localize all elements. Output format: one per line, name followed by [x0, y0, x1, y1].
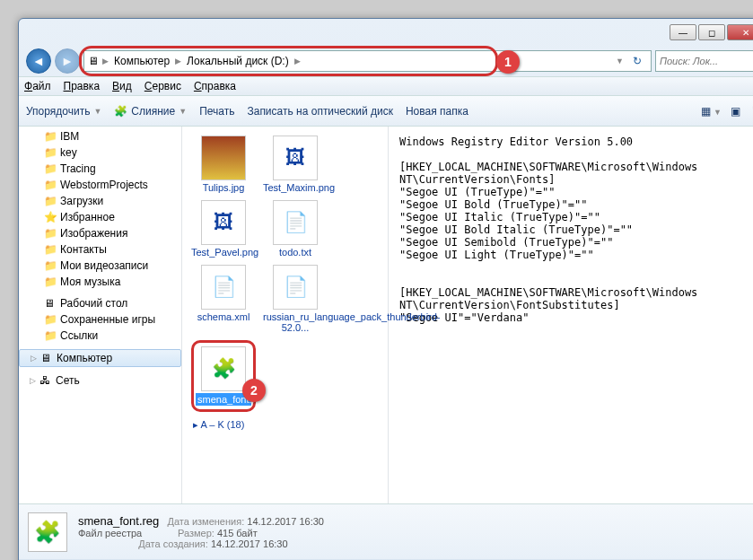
tree-computer[interactable]: ▷ 🖥Компьютер — [19, 349, 181, 367]
desktop-icon: 🖥 — [44, 297, 57, 310]
file-item[interactable]: 📄schema.xml — [191, 265, 256, 333]
star-icon: ⭐ — [44, 211, 57, 223]
file-item[interactable]: 📄todo.txt — [263, 200, 328, 258]
file-item[interactable]: 📄russian_ru_language_pack_thunderbird-52… — [263, 265, 328, 333]
breadcrumb-computer[interactable]: Компьютер — [112, 55, 171, 67]
xml-icon: 📄 — [201, 265, 246, 310]
titlebar[interactable]: — ◻ ✕ — [19, 19, 753, 46]
callout-2: 2 — [242, 379, 266, 402]
folder-icon: 📁 — [44, 179, 57, 191]
folder-icon: 📁 — [44, 313, 57, 326]
tree-item[interactable]: 📁Мои видеозаписи — [19, 258, 181, 274]
file-item-selected[interactable]: 🧩 smena_font.reg 2 — [191, 340, 256, 412]
computer-icon: 🖥 — [88, 55, 99, 67]
tree-item[interactable]: 📁Tracing — [19, 161, 181, 177]
menu-help[interactable]: Справка — [194, 80, 236, 92]
file-item[interactable]: 🖼Test_Maxim.png — [263, 136, 328, 193]
tree-item[interactable]: 📁key — [19, 144, 181, 161]
back-button[interactable]: ◄ — [26, 48, 51, 74]
chevron-right-icon: ▶ — [294, 57, 301, 66]
callout-1: 1 — [496, 50, 520, 74]
explorer-window: — ◻ ✕ ◄ ► 🖥 ▶ Компьютер ▶ Локальный диск… — [18, 18, 753, 560]
print-button[interactable]: Печать — [199, 105, 234, 118]
file-icon: 📄 — [273, 265, 318, 310]
tree-item[interactable]: 📁Изображения — [19, 225, 181, 241]
nav-bar: ◄ ► 🖥 ▶ Компьютер ▶ Локальный диск (D:) … — [19, 46, 753, 76]
address-bar[interactable]: 🖥 ▶ Компьютер ▶ Локальный диск (D:) ▶ 1 … — [83, 50, 652, 72]
tree-item[interactable]: 📁Контакты — [19, 241, 181, 258]
breadcrumb-disk[interactable]: Локальный диск (D:) — [185, 55, 291, 67]
tree-item[interactable]: 📁Моя музыка — [19, 274, 181, 290]
file-list[interactable]: Tulips.jpg 🖼Test_Maxim.png 🖼Test_Pavel.p… — [182, 127, 389, 503]
folder-icon: 📁 — [44, 162, 57, 175]
menu-view[interactable]: Вид — [112, 80, 132, 92]
content-area: 📁IBM 📁key 📁Tracing 📁WebstormProjects 📁За… — [19, 127, 753, 503]
search-input[interactable] — [655, 50, 753, 72]
maximize-button[interactable]: ◻ — [698, 24, 725, 40]
newfolder-button[interactable]: Новая папка — [406, 105, 468, 118]
tree-network[interactable]: ▷ 🖧Сеть — [19, 372, 181, 389]
merge-icon: 🧩 — [114, 105, 127, 118]
network-icon: 🖧 — [39, 374, 52, 387]
toolbar: Упорядочить ▼ 🧩Слияние ▼ Печать Записать… — [19, 96, 753, 127]
folder-icon: 📁 — [44, 195, 57, 207]
computer-icon: 🖥 — [40, 352, 53, 364]
menu-bar: Файл Правка Вид Сервис Справка — [19, 76, 753, 96]
details-filename: smena_font.reg — [78, 514, 159, 528]
tree-item[interactable]: 📁WebstormProjects — [19, 177, 181, 193]
details-pane: 🧩 smena_font.reg Дата изменения: 14.12.2… — [19, 503, 753, 559]
reg-icon: 🧩 — [28, 512, 67, 552]
text-icon: 📄 — [273, 200, 318, 245]
image-icon — [201, 136, 246, 180]
folder-icon: 📁 — [44, 329, 57, 342]
folder-icon: 📁 — [44, 276, 57, 288]
image-icon: 🖼 — [201, 200, 246, 245]
file-item[interactable]: Tulips.jpg — [191, 136, 256, 193]
chevron-right-icon: ▶ — [175, 57, 181, 66]
folder-icon: 📁 — [44, 243, 57, 256]
nav-tree[interactable]: 📁IBM 📁key 📁Tracing 📁WebstormProjects 📁За… — [19, 127, 182, 503]
file-item[interactable]: 🖼Test_Pavel.png — [191, 200, 256, 258]
tree-item[interactable]: 📁Ссылки — [19, 328, 181, 344]
view-options-button[interactable]: ▦ ▼ — [701, 105, 722, 118]
tree-item[interactable]: 📁IBM — [19, 128, 181, 144]
organize-button[interactable]: Упорядочить ▼ — [26, 105, 101, 118]
close-button[interactable]: ✕ — [727, 24, 753, 40]
group-header[interactable]: ▸ A – K (18) — [188, 416, 382, 431]
folder-icon: 📁 — [44, 146, 57, 159]
folder-icon: 📁 — [44, 227, 57, 240]
refresh-button[interactable]: ↻ — [627, 55, 647, 67]
tree-item[interactable]: 📁Сохраненные игры — [19, 311, 181, 328]
tree-item[interactable]: 📁Загрузки — [19, 193, 181, 209]
image-icon: 🖼 — [273, 136, 318, 180]
burn-button[interactable]: Записать на оптический диск — [247, 105, 393, 118]
details-filetype: Файл реестра — [78, 528, 142, 538]
menu-file[interactable]: Файл — [24, 80, 51, 92]
forward-button[interactable]: ► — [55, 48, 80, 74]
help-button[interactable]: ❔ — [749, 105, 753, 118]
folder-icon: 📁 — [44, 259, 57, 272]
minimize-button[interactable]: — — [670, 24, 696, 40]
tree-item[interactable]: 🖥Рабочий стол — [19, 295, 181, 311]
preview-pane: Windows Registry Editor Version 5.00 [HK… — [389, 127, 753, 503]
dropdown-icon[interactable]: ▼ — [616, 57, 624, 66]
folder-icon: 📁 — [44, 130, 57, 143]
reg-icon: 🧩 — [201, 346, 246, 391]
merge-button[interactable]: 🧩Слияние ▼ — [114, 105, 187, 118]
tree-item[interactable]: ⭐Избранное — [19, 209, 181, 225]
chevron-right-icon: ▶ — [102, 57, 109, 66]
menu-edit[interactable]: Правка — [64, 80, 101, 92]
menu-service[interactable]: Сервис — [144, 80, 181, 92]
preview-pane-button[interactable]: ▣ — [731, 105, 740, 118]
